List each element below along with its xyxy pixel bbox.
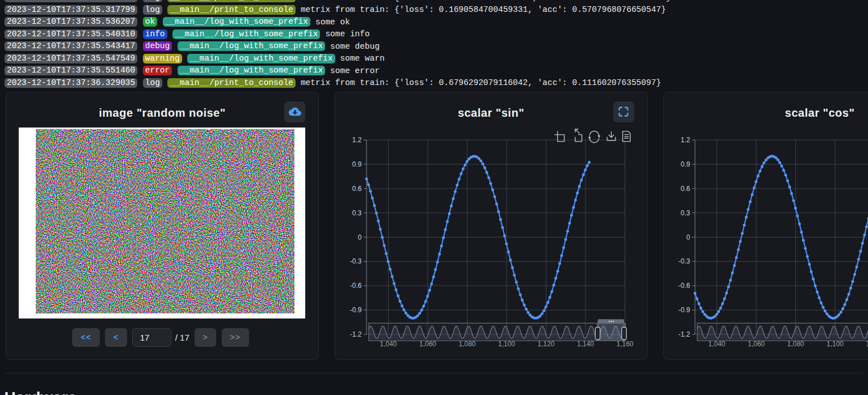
svg-text:1,040: 1,040 <box>708 340 725 348</box>
svg-text:1,100: 1,100 <box>498 340 515 348</box>
svg-text:0.9: 0.9 <box>352 160 361 168</box>
svg-text:1,120: 1,120 <box>866 340 868 348</box>
svg-text:0.3: 0.3 <box>681 209 690 216</box>
svg-text:1,060: 1,060 <box>748 340 765 348</box>
svg-text:-1.2: -1.2 <box>679 330 690 338</box>
svg-text:0.9: 0.9 <box>681 160 690 168</box>
svg-text:1,160: 1,160 <box>616 340 633 348</box>
svg-text:0: 0 <box>357 233 361 241</box>
svg-text:1,080: 1,080 <box>787 340 804 348</box>
svg-text:-0.9: -0.9 <box>349 306 361 314</box>
svg-text:1.2: 1.2 <box>681 136 690 144</box>
svg-text:1.2: 1.2 <box>352 136 361 144</box>
svg-text:0.6: 0.6 <box>352 184 361 192</box>
svg-text:0.3: 0.3 <box>352 209 361 216</box>
svg-text:1,140: 1,140 <box>576 340 593 348</box>
svg-text:0.6: 0.6 <box>681 184 690 192</box>
svg-text:1,120: 1,120 <box>537 340 554 348</box>
svg-text:1,040: 1,040 <box>380 340 397 348</box>
svg-text:-0.3: -0.3 <box>349 257 361 265</box>
svg-text:-0.9: -0.9 <box>679 306 690 314</box>
svg-text:-0.6: -0.6 <box>679 282 690 290</box>
svg-text:1,060: 1,060 <box>419 340 436 348</box>
svg-text:1,100: 1,100 <box>827 340 844 348</box>
svg-text:-0.6: -0.6 <box>349 282 361 290</box>
svg-text:-0.3: -0.3 <box>679 257 690 265</box>
svg-text:-1.2: -1.2 <box>349 330 361 338</box>
svg-text:0: 0 <box>686 233 690 241</box>
svg-text:1,080: 1,080 <box>458 340 475 348</box>
